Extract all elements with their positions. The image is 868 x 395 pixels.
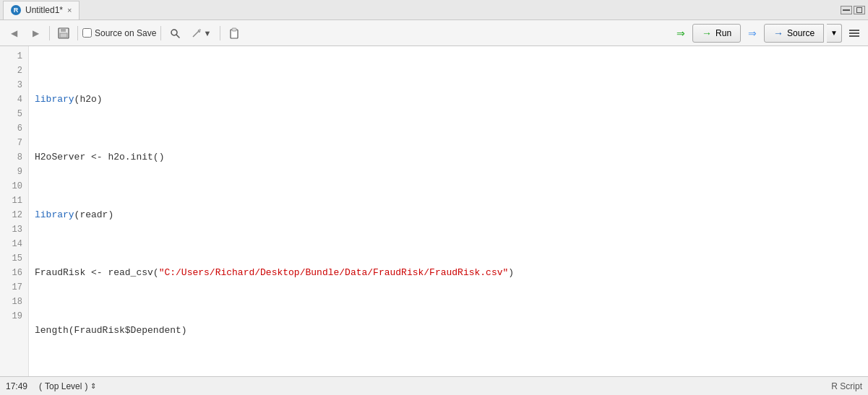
menu-line-1 <box>849 30 859 31</box>
search-button[interactable] <box>166 24 184 43</box>
maximize-button[interactable] <box>854 6 865 14</box>
context-arrow-icon: ⇕ <box>90 382 96 390</box>
cursor-position: 17:49 <box>6 381 27 391</box>
code-line-1: library(h2o) <box>35 92 862 107</box>
source-button[interactable]: → Source <box>764 24 824 43</box>
save-button[interactable] <box>54 24 73 43</box>
menu-line-3 <box>849 35 859 37</box>
svg-rect-9 <box>232 28 236 31</box>
code-line-4: FraudRisk <- read_csv("C:/Users/Richard/… <box>35 266 862 280</box>
tab-title: Untitled1* <box>25 5 63 15</box>
source-on-save-checkbox[interactable] <box>82 28 92 38</box>
status-left: 17:49 ( Top Level ) ⇕ <box>6 381 831 391</box>
svg-line-7 <box>199 29 201 30</box>
rerun-button[interactable]: ⇒ <box>672 24 689 43</box>
continue-button[interactable]: ⇒ <box>744 24 761 43</box>
code-editor[interactable]: library(h2o) H2oServer <- h2o.init() lib… <box>29 46 868 376</box>
minimize-button[interactable] <box>841 6 852 14</box>
editor-area: 1 2 3 4 5 6 7 8 9 10 11 12 13 14 15 16 1… <box>0 46 868 376</box>
run-arrow-icon: → <box>702 27 712 39</box>
svg-rect-2 <box>60 33 67 38</box>
line-numbers: 1 2 3 4 5 6 7 8 9 10 11 12 13 14 15 16 1… <box>0 46 29 376</box>
toolbar-separator-4 <box>220 26 220 40</box>
run-button[interactable]: → Run <box>692 24 741 43</box>
back-button[interactable]: ◀ <box>4 24 23 43</box>
toolbar-separator-2 <box>77 26 78 40</box>
context-value: Top Level <box>45 381 82 391</box>
r-logo-icon: R <box>11 5 21 15</box>
source-dropdown-button[interactable]: ▼ <box>827 24 842 43</box>
forward-button[interactable]: ▶ <box>26 24 45 43</box>
svg-line-5 <box>193 31 199 37</box>
menu-line-2 <box>849 32 859 34</box>
file-tab[interactable]: R Untitled1* × <box>3 1 80 19</box>
toolbar: ◀ ▶ Source on Save <box>0 20 868 46</box>
svg-rect-1 <box>61 28 66 32</box>
svg-point-3 <box>171 30 177 35</box>
code-line-2: H2oServer <- h2o.init() <box>35 150 862 165</box>
close-tab-button[interactable]: × <box>67 6 72 14</box>
title-bar: R Untitled1* × <box>0 0 868 20</box>
source-arrow-icon: → <box>773 27 783 39</box>
context-label: ( <box>39 381 42 391</box>
toolbar-right: ⇒ → Run ⇒ → Source ▼ <box>672 24 864 43</box>
context-close: ) <box>85 381 87 391</box>
context-selector[interactable]: ( Top Level ) ⇕ <box>39 381 96 391</box>
svg-line-4 <box>177 35 180 38</box>
toolbar-separator-3 <box>160 26 161 40</box>
code-tools-button[interactable]: ▼ <box>187 24 215 43</box>
script-type: R Script <box>831 381 862 391</box>
code-line-5: length(FraudRisk$Dependent) <box>35 324 862 338</box>
toolbar-separator-1 <box>49 26 50 40</box>
toolbar-left: ◀ ▶ Source on Save <box>4 24 669 43</box>
code-line-3: library(readr) <box>35 208 862 222</box>
source-dropdown-icon: ▼ <box>830 29 838 37</box>
clipboard-button[interactable] <box>225 24 244 43</box>
menu-button[interactable] <box>845 24 864 43</box>
source-on-save-label[interactable]: Source on Save <box>82 28 156 38</box>
status-bar: 17:49 ( Top Level ) ⇕ R Script <box>0 376 868 395</box>
